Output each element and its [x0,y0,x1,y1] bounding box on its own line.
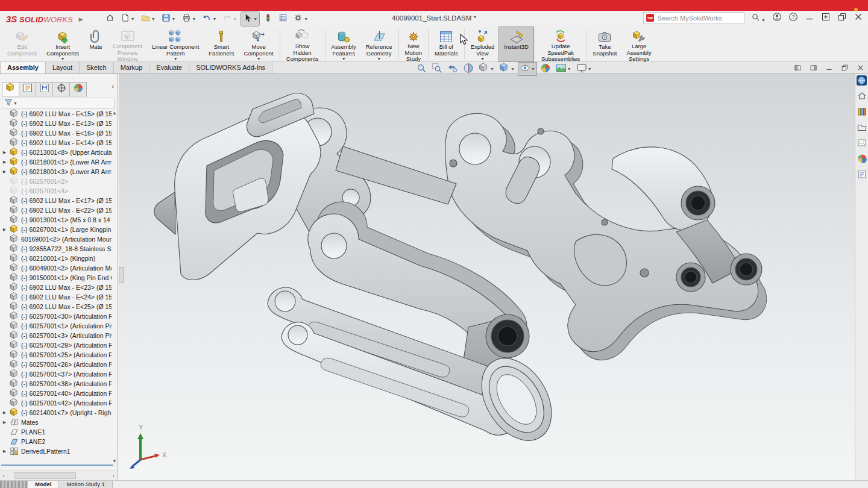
update-speedpak-subassemblies-button[interactable]: Update SpeedPak Subassemblies [536,27,585,61]
save-button[interactable]: ▼ [160,12,178,26]
dropdown-caret-icon[interactable]: ▼ [490,67,494,71]
window-resize-grip[interactable] [0,481,28,488]
tree-item[interactable]: (-) 6902 LLU Max - E<23> (Ø 15 x Ø 2 [0,283,112,292]
tree-item[interactable]: (-) 92855A722_18-8 Stainless Steel Lo [0,244,112,254]
tab-motion-study-1[interactable]: Motion Study 1 [59,481,112,488]
tree-item[interactable]: (-) 60257001<4> [0,186,112,196]
tree-item[interactable]: PLANE1 [0,427,112,437]
restore-button[interactable] [837,12,847,24]
dropdown-caret-icon[interactable]: ▼ [131,17,135,21]
tree-scroll-up[interactable]: ▲ [112,110,117,116]
tree-item[interactable]: (-) 90150001<1> (King Pin End Cap) [0,273,112,283]
view-settings-button[interactable]: ▼ [575,63,593,75]
filter-funnel-icon[interactable] [4,98,13,109]
mate-button[interactable]: Mate [84,27,108,61]
move-component-button[interactable]: Move Component▼ [239,27,278,61]
tree-item[interactable]: (-) 60210001<1> (Kingpin) [0,254,112,263]
pane-right-button[interactable] [810,63,817,74]
undo-button[interactable]: ▼ [200,12,218,26]
tree-item[interactable]: ▶(-) 60218001<3> (Lower AR Arm Link [0,167,112,177]
tab-solidworks-add-ins[interactable]: SOLIDWORKS Add-Ins [189,62,272,74]
insert-components-button[interactable]: Insert Components▼ [42,27,84,61]
tree-item[interactable]: (-) 6902 LLU Max - E<15> (Ø 15 x Ø 2 [0,109,112,119]
tree-item[interactable]: ▶(-) 60214001<7> (Upright - Right - RX [0,408,112,418]
tab-sketch[interactable]: Sketch [80,62,114,74]
scroll-right-arrow[interactable]: › [110,473,117,479]
apply-scene-button[interactable]: ▼ [555,63,573,75]
expander-icon[interactable]: ▶ [3,227,10,232]
expander-icon[interactable]: ▶ [3,449,10,454]
tree-item[interactable]: (-) 90013001<1> (M5 x 0.8 x 14 FHCS) [0,215,112,225]
assembly-features-button[interactable]: Assembly Features▼ [327,27,361,61]
expander-icon[interactable]: ▶ [3,420,10,425]
tree-item[interactable]: (-) 60257001<42> (Articulation Pivot) [0,398,112,408]
tree-item[interactable]: ▶DerivedLPattern1 [0,446,112,456]
panel-tab-properties[interactable] [19,82,36,96]
tree-item[interactable]: (-) 6902 LLU Max - E<22> (Ø 15 x Ø 2 [0,205,112,215]
tab-assembly[interactable]: Assembly [0,62,46,74]
new-motion-study-button[interactable]: New Motion Study [400,27,427,61]
display-style-button[interactable]: ▼ [498,63,516,75]
tree-filter-field[interactable]: ▼ [2,98,115,109]
feature-statistics-button[interactable] [277,12,289,26]
dropdown-caret-icon[interactable]: ▼ [567,67,571,71]
redo-button[interactable]: ▼ [221,12,239,26]
win-close-button[interactable] [857,63,864,74]
dropdown-caret-icon[interactable]: ▼ [174,57,178,61]
dropdown-caret-icon[interactable]: ▼ [304,17,308,21]
search-icon[interactable]: ▼ [751,13,766,24]
expander-icon[interactable]: ▶ [3,169,10,174]
scrollbar-thumb[interactable] [14,472,76,479]
expander-icon[interactable]: ▶ [3,160,10,164]
tree-item[interactable]: (-) 6902 LLU Max - E<25> (Ø 15 x Ø 2 [0,302,112,311]
search-input[interactable]: SW Search MySolidWorks [643,12,744,24]
tree-scroll-down[interactable]: ▼ [112,458,117,464]
minimize-button[interactable] [805,12,814,24]
taskpane-home-button[interactable] [857,92,867,102]
bill-of-materials-button[interactable]: Bill of Materials [430,27,463,61]
close-button[interactable] [854,12,863,24]
taskpane-resources-button[interactable] [857,76,867,87]
tree-item[interactable]: (-) 60257001<40> (Articulation Pivot) [0,389,112,398]
pane-left-button[interactable] [794,63,802,74]
win-restore-button[interactable] [841,63,849,74]
scroll-left-arrow[interactable]: ‹ [0,473,7,479]
panel-splitter-handle[interactable] [119,267,124,283]
dropdown-caret-icon[interactable]: ▼ [342,57,346,61]
new-document-button[interactable]: ▼ [119,12,137,26]
take-snapshot-button[interactable]: Take Snapshot [588,27,621,61]
home-button[interactable] [104,12,116,26]
tree-item[interactable]: (-) 60257001<29> (Articulation Pivot) [0,340,112,350]
tree-item[interactable]: (-) 6902 LLU Max - E<16> (Ø 15 x Ø 2 [0,128,112,138]
select-button[interactable]: ▼ [241,12,259,26]
dropdown-caret-icon[interactable]: ▼ [257,57,261,61]
tab-model[interactable]: Model [28,481,59,488]
tree-horizontal-scrollbar[interactable]: ‹ › [0,471,117,480]
smart-fasteners-button[interactable]: Smart Fasteners [204,27,239,61]
dropdown-caret-icon[interactable]: ▼ [172,17,176,21]
graphics-viewport[interactable]: Y X [119,74,855,480]
taskpane-design-library-button[interactable] [857,107,867,118]
tree-item[interactable]: (-) 6902 LLU Max - E<14> (Ø 15 x Ø 2 [0,138,112,148]
tree-item[interactable]: PLANE2 [0,437,112,446]
section-view-button[interactable] [462,63,475,75]
taskpane-custom-properties-button[interactable] [857,170,867,181]
view-orientation-button[interactable]: ▼ [477,63,495,75]
instant3d-button[interactable]: Instant3D [499,27,533,61]
dropdown-caret-icon[interactable]: ▼ [151,17,156,21]
panel-tab-features[interactable] [2,82,19,96]
tree-item[interactable]: 60169001<2> (Articulation Mount - F [0,234,112,244]
expander-icon[interactable]: ▶ [3,150,10,155]
tree-item[interactable]: (-) 6902 LLU Max - E<24> (Ø 15 x Ø 2 [0,292,112,302]
hide-show-items-button[interactable]: ▼ [518,63,536,75]
panel-expand-arrow[interactable]: › [112,83,114,90]
tree-item[interactable]: (-) 60257001<38> (Articulation Pivot) [0,379,112,389]
previous-view-button[interactable] [446,63,459,75]
tree-item[interactable]: ▶(-) 60267001<1> (Large Kingpin Spac [0,225,112,234]
zoom-to-fit-button[interactable] [415,63,428,75]
linear-component-pattern-button[interactable]: Linear Component Pattern▼ [147,27,204,61]
dropdown-caret-icon[interactable]: ▼ [588,67,592,71]
tree-item[interactable]: (-) 60257001<3> (Articulation Pivot) [0,331,112,340]
tree-item[interactable]: (-) 60257001<2> [0,177,112,186]
taskpane-file-explorer-button[interactable] [857,123,867,134]
